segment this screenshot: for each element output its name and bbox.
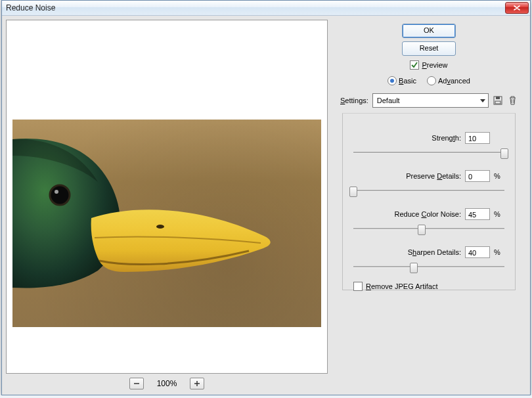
sharpen-input[interactable]: 40 (465, 246, 490, 258)
settings-label: Settings: (340, 97, 368, 104)
basic-radio-label: Basic (399, 77, 416, 85)
minus-icon (134, 381, 139, 386)
slider-thumb[interactable] (418, 225, 426, 235)
mode-radio-group: Basic Advanced (388, 76, 470, 85)
radio-dot-icon (388, 76, 397, 85)
floppy-icon (493, 96, 502, 105)
slider-thumb[interactable] (410, 263, 418, 273)
preview-image (12, 120, 321, 327)
slider-thumb[interactable] (500, 148, 508, 159)
titlebar: Reduce Noise (2, 1, 530, 16)
trash-icon (508, 96, 517, 105)
remove-jpeg-label: Remove JPEG Artifact (366, 282, 437, 290)
zoom-out-button[interactable] (129, 378, 144, 389)
settings-dropdown-value: Default (377, 97, 400, 104)
preview-checkbox-row: Preview (410, 60, 447, 70)
preview-panel: 100% (6, 20, 328, 391)
colornoise-label: Reduce Color Noise: (394, 210, 461, 218)
remove-jpeg-row: Remove JPEG Artifact (353, 282, 504, 291)
svg-rect-6 (495, 101, 500, 104)
settings-row: Settings: Default (340, 93, 518, 108)
remove-jpeg-checkbox[interactable] (353, 282, 363, 291)
plus-icon (194, 381, 200, 386)
chevron-down-icon (480, 99, 485, 102)
settings-dropdown[interactable]: Default (372, 93, 489, 108)
colornoise-slider-block: Reduce Color Noise: 45 % (353, 208, 504, 233)
ok-button[interactable]: OK (402, 24, 456, 38)
svg-point-0 (156, 225, 164, 229)
close-button[interactable] (505, 2, 529, 14)
preserve-slider-block: Preserve Details: 0 % (353, 170, 504, 195)
advanced-radio[interactable]: Advanced (427, 76, 470, 85)
svg-rect-5 (496, 97, 500, 99)
check-icon (411, 62, 418, 68)
basic-radio[interactable]: Basic (388, 76, 416, 85)
preview-checkbox[interactable] (410, 60, 419, 70)
dialog-body: 100% OK Reset Preview Basic (2, 16, 530, 395)
delete-preset-button[interactable] (507, 95, 518, 106)
zoom-bar: 100% (6, 374, 328, 391)
preserve-unit: % (494, 172, 504, 180)
preview-checkbox-label: Preview (422, 61, 447, 69)
colornoise-unit: % (494, 210, 504, 218)
colornoise-input[interactable]: 45 (465, 208, 490, 220)
strength-slider[interactable] (353, 148, 504, 157)
sharpen-unit: % (494, 248, 504, 256)
slider-thumb[interactable] (349, 187, 357, 197)
sharpen-slider[interactable] (353, 262, 504, 271)
zoom-in-button[interactable] (190, 378, 204, 389)
svg-point-3 (55, 190, 58, 194)
advanced-radio-label: Advanced (438, 77, 470, 85)
sharpen-label: Sharpen Details: (408, 248, 461, 256)
radio-dot-icon (427, 76, 436, 85)
preserve-label: Preserve Details: (406, 172, 461, 180)
save-preset-button[interactable] (493, 95, 503, 106)
controls-panel: OK Reset Preview Basic Advanced S (332, 20, 526, 391)
colornoise-slider[interactable] (353, 224, 504, 233)
reset-button[interactable]: Reset (402, 41, 456, 56)
parameters-group: Strength: 10 Preserve Details: 0 % (342, 113, 516, 290)
preview-subject-duck (12, 120, 295, 327)
preview-frame[interactable] (6, 20, 328, 374)
close-icon (514, 5, 520, 11)
strength-input[interactable]: 10 (465, 132, 490, 144)
preserve-slider[interactable] (353, 186, 504, 195)
zoom-level: 100% (157, 379, 177, 388)
strength-label: Strength: (432, 134, 461, 142)
window-title: Reduce Noise (6, 3, 55, 12)
strength-slider-block: Strength: 10 (353, 132, 504, 157)
preserve-input[interactable]: 0 (465, 170, 490, 182)
reduce-noise-dialog: Reduce Noise (1, 0, 531, 395)
sharpen-slider-block: Sharpen Details: 40 % (353, 246, 504, 271)
